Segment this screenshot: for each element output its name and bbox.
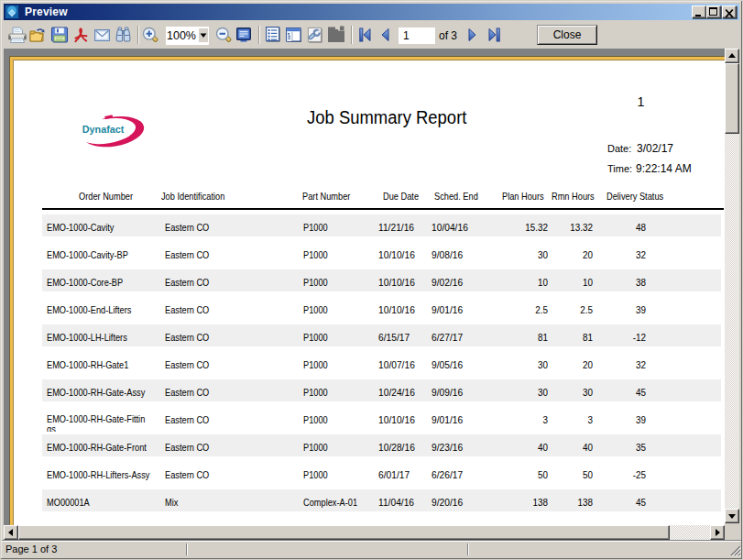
- svg-text:Dynafact: Dynafact: [82, 124, 125, 135]
